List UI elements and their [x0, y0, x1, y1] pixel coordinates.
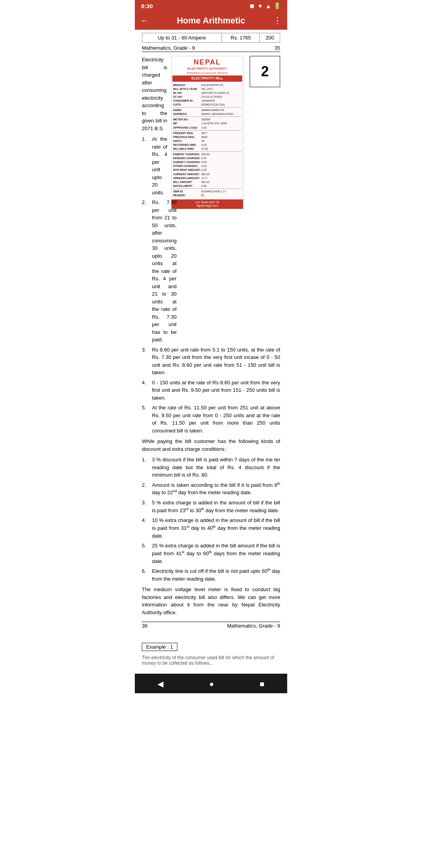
item-2-num: 2. [142, 199, 150, 344]
bill-value-sbmid: A1044H12VER:1.17 [201, 190, 226, 193]
bill-row-arrears: ARREARS AMOUNT: -0.77 [173, 176, 241, 180]
discount-1-text: 3 % discount if the bill is paid within … [152, 456, 280, 479]
bill-value-demand: 0.00 [201, 156, 207, 160]
bill-value-energy: 365.00 [201, 152, 209, 156]
item-3-text: Rs 8.60 per unit rate from 5.1 to 150 un… [152, 346, 280, 377]
discount-item-5: 5. 25 % extra charge is added in the bil… [142, 542, 280, 565]
bill-eb-title: ELECTRICITY BILL [172, 75, 242, 82]
bill-label-blno: BL NO: [173, 91, 200, 95]
bill-label-installment: INSTALLMENT: [173, 184, 200, 188]
discount-5-text: 25 % extra charge is added in the bill a… [152, 542, 280, 565]
list-item-3: 3. Rs 8.60 per unit rate from 5.1 to 150… [142, 346, 280, 377]
discount-3-text: 5 % extra charge is added in the amount … [152, 499, 280, 514]
example-preview-text: The electricity of the consumer used bil… [142, 655, 274, 666]
bill-label-arrears: ARREARS AMOUNT: [173, 176, 200, 180]
bill-divider-3 [173, 130, 241, 131]
bill-value-blno: 1002740171110003 12 [201, 91, 229, 95]
discount-4-text: 10 % extra charge is added in the amount… [152, 516, 280, 540]
bill-label-recdmd: RECORDED DMD: [173, 143, 200, 147]
bill-row-scno: SC NO: 274-01-017KA25 [173, 95, 241, 99]
rate-table-label: Up to 31 - 60 Ampere [142, 33, 222, 43]
recording-icon: ⏺ [249, 3, 255, 9]
bill-value-mth: FAL-2071 [201, 87, 213, 91]
bill-header: NEPAL ELECTRICITY AUTHORITY Distribution… [172, 56, 243, 82]
item-2-text: Rs. 7.30 per unit from 21 to 50 units, a… [152, 199, 177, 344]
nav-bar: ◀ ● ■ [135, 674, 287, 693]
item-5-text: At the rate of Rs. 11.50 per unit from 2… [152, 404, 280, 434]
example-preview: The electricity of the consumer used bil… [142, 655, 280, 666]
bill-row-reader: READER: RL [173, 194, 241, 197]
bill-value-other: 0.00 [201, 164, 207, 168]
discount-item-3: 3. 5 % extra charge is added in the amou… [142, 499, 280, 514]
nav-home-button[interactable]: ● [201, 678, 222, 690]
bill-row-previous: PREVIOUS RDG: 3849 [173, 135, 241, 139]
bill-row-sbmid: SBM ID: A1044H12VER:1.17 [173, 190, 241, 193]
bill-authority-text: ELECTRICITY AUTHORITY [172, 67, 242, 71]
discount-6-num: 6. [142, 567, 150, 583]
bill-label-billamount: BILL AMOUNT: [173, 180, 200, 184]
example-label-box: Example : 1 [142, 643, 177, 651]
bill-divider-5 [173, 188, 241, 189]
bill-value-current: 365.00 [201, 172, 209, 176]
bill-row-meter: METER NO: 028899 [173, 118, 241, 121]
bill-label-mf: MF: [173, 122, 200, 125]
bill-divider-4 [173, 151, 241, 152]
bill-row-branch: BRANCH: KULESHWOR DC [173, 83, 241, 87]
item-1-num: 1. [142, 135, 150, 196]
back-button[interactable]: ← [140, 16, 149, 26]
discount-6-text: Electricity line is cut off if the bill … [152, 567, 280, 583]
discount-2-text: Amount is taken according to the bill if… [152, 481, 280, 497]
bill-value-units: 28 [201, 139, 204, 143]
bill-label-current: CURRENT AMOUNT: [173, 172, 200, 176]
bill-row-installment: INSTALLMENT: 0.00 [173, 184, 241, 188]
bill-label-demand: DEMAND CHARGES: [173, 156, 200, 160]
bill-label-consid: CONSUMER ID: [173, 99, 200, 102]
bill-row-demand: DEMAND CHARGES: 0.00 [173, 156, 241, 160]
bill-body: BRANCH: KULESHWOR DC BILL MTH & YEAR: FA… [172, 82, 243, 199]
rate-table-rate: Rs. 1765 [222, 33, 260, 43]
bill-label-present: PRESENT RDG: [173, 131, 200, 135]
bill-value-apload: 0.00 [201, 126, 207, 129]
bill-value-arrears: -0.77 [201, 176, 207, 180]
bill-label-billdmd: BILLABLE DMD: [173, 147, 200, 151]
battery-icon: 🔋 [274, 2, 281, 9]
bill-row-mtrrent: MTR RENT AMOUNT: 0.00 [173, 168, 241, 172]
bill-label-units: UNITS: [173, 139, 200, 143]
item-1-text: At the rate of Rs. 4 per unit upto 20 un… [152, 135, 167, 196]
bill-divider-2 [173, 117, 241, 117]
discount-4-num: 4. [142, 516, 150, 540]
bill-value-mf: 1.00 MTR STS: NOR [201, 122, 227, 125]
discount-2-num: 2. [142, 481, 150, 497]
item-4-num: 4. [142, 379, 150, 402]
menu-button[interactable]: ⋮ [273, 16, 282, 26]
bill-row-address: ADDRESS: WARD1 MEHADEUISTAN [173, 112, 241, 116]
bill-nepal-text: NEPAL [172, 58, 242, 67]
discount-3-num: 3. [142, 499, 150, 514]
bill-label-name: NAME: [173, 108, 200, 112]
signal-icon: ▲ [265, 3, 271, 9]
status-icons: ⏺ ▼ ▲ 🔋 [249, 2, 281, 9]
page-number-bottom: 36 [142, 623, 147, 629]
problem-number: 2 [261, 63, 269, 79]
bill-value-mtrrent: 0.00 [201, 168, 207, 172]
discount-item-6: 6. Electricity line is cut off if the bi… [142, 567, 280, 583]
bill-label-sbmid: SBM ID: [173, 190, 200, 193]
example-section: Example : 1 The electricity of the consu… [142, 636, 280, 666]
problem-number-box: 2 [250, 56, 280, 87]
bill-row-recdmd: RECORDED DMD: 0.00 [173, 143, 241, 147]
discount-1-num: 1. [142, 456, 150, 479]
bill-label-scno: SC NO: [173, 95, 200, 99]
bill-row-billdmd: BILLABLE DMD: 15.00 [173, 147, 241, 151]
electricity-bill-image: NEPAL ELECTRICITY AUTHORITY Distribution… [171, 56, 243, 209]
nav-recent-button[interactable]: ■ [252, 678, 272, 690]
page-line-bottom: 36 Mathematics, Grade - 9 [142, 622, 280, 629]
bill-value-meter: 028899 [201, 118, 210, 121]
nav-back-button[interactable]: ◀ [150, 678, 171, 690]
app-title: Home Arithmetic [154, 16, 268, 26]
footer-text: The medium voltage level meter is fixed … [142, 586, 280, 616]
rate-table: Up to 31 - 60 Ampere Rs. 1765 200 [142, 33, 280, 43]
list-item-5: 5. At the rate of Rs. 11.50 per unit fro… [142, 404, 280, 434]
discount-list: 1. 3 % discount if the bill is paid with… [142, 456, 280, 583]
bill-row-mf: MF: 1.00 MTR STS: NOR [173, 122, 241, 125]
bill-label-subsidy: SUBSIDY CHARGES: [173, 160, 200, 164]
